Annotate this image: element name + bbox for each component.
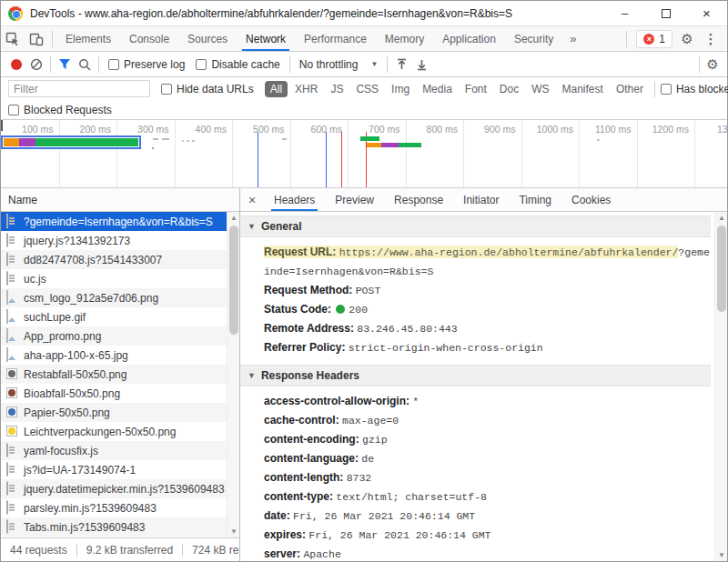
filter-pill-media[interactable]: Media	[417, 81, 458, 97]
detail-tab-response[interactable]: Response	[384, 188, 453, 211]
has-blocked-cookies-checkbox[interactable]	[661, 84, 672, 95]
filter-pill-manifest[interactable]: Manifest	[557, 81, 609, 97]
section-header-general[interactable]: ▼General	[240, 216, 711, 237]
request-row[interactable]: Tabs.min.js?1539609483	[1, 517, 239, 537]
section-header-response-headers[interactable]: ▼Response Headers	[240, 365, 711, 386]
header-value: Apache	[303, 548, 340, 560]
request-row[interactable]: parsley.min.js?1539609483	[1, 498, 239, 517]
filter-funnel-icon[interactable]	[55, 55, 75, 75]
inspect-element-icon[interactable]	[1, 27, 25, 51]
blocked-requests-checkbox[interactable]	[8, 105, 19, 115]
network-overview-timeline[interactable]: 100 ms200 ms300 ms400 ms500 ms600 ms700 …	[1, 120, 727, 188]
request-row[interactable]: js?id=UA-173149074-1	[1, 460, 239, 479]
chevron-down-icon: ▼	[370, 60, 378, 68]
request-list-scrollbar[interactable]: ▲ ▼	[227, 212, 239, 537]
request-row[interactable]: Papier-50x50.png	[1, 403, 239, 422]
scroll-up-arrow[interactable]: ▲	[715, 212, 727, 224]
request-name: Tabs.min.js?1539609483	[24, 521, 145, 534]
search-icon[interactable]	[75, 55, 95, 75]
request-row[interactable]: App_promo.png	[1, 326, 239, 346]
tab-network[interactable]: Network	[237, 26, 295, 51]
disable-cache-checkbox[interactable]	[196, 59, 207, 70]
filter-pill-doc[interactable]: Doc	[494, 81, 524, 97]
image-thumbnail-icon	[6, 426, 17, 437]
filter-pill-js[interactable]: JS	[325, 81, 349, 97]
request-row[interactable]: ?gemeinde=Isernhagen&von=R&bis=S	[1, 212, 239, 231]
tab-console[interactable]: Console	[120, 26, 178, 51]
error-count-badge[interactable]: × 1	[636, 30, 672, 48]
filter-pill-font[interactable]: Font	[460, 81, 492, 97]
image-thumbnail-icon	[6, 406, 17, 417]
request-row[interactable]: dd82474708.js?1541433007	[1, 250, 239, 269]
header-value: gzip	[362, 434, 388, 446]
request-row[interactable]: suchLupe.gif	[1, 307, 239, 326]
tab-elements[interactable]: Elements	[56, 26, 120, 51]
timeline-tick-label: 100 ms	[5, 124, 54, 135]
request-row[interactable]: Restabfall-50x50.png	[1, 365, 239, 384]
device-toolbar-icon[interactable]	[25, 27, 48, 51]
tab-application[interactable]: Application	[433, 26, 505, 51]
filter-pill-xhr[interactable]: XHR	[289, 81, 323, 97]
network-settings-gear-icon[interactable]: ⚙	[703, 56, 722, 73]
minimize-button[interactable]: –	[604, 1, 645, 25]
scroll-up-arrow[interactable]: ▲	[228, 212, 239, 224]
devtools-window: DevTools - www.aha-region.de/abholtermin…	[0, 0, 728, 562]
export-har-icon[interactable]	[411, 55, 431, 75]
settings-gear-icon[interactable]: ⚙	[678, 31, 696, 47]
import-har-icon[interactable]	[391, 55, 411, 75]
detail-tab-preview[interactable]: Preview	[325, 188, 384, 211]
request-name: jquery.js?1341392173	[24, 235, 130, 247]
tab-security[interactable]: Security	[505, 26, 562, 51]
blocked-requests-label: Blocked Requests	[24, 104, 112, 116]
waterfall-segment	[381, 143, 399, 147]
maximize-button[interactable]	[645, 1, 686, 25]
waterfall-mark	[192, 140, 195, 142]
filter-pill-css[interactable]: CSS	[350, 81, 384, 97]
close-button[interactable]: ×	[686, 1, 727, 25]
preserve-log-label: Preserve log	[124, 58, 185, 71]
request-name: uc.js	[24, 273, 46, 286]
filter-pill-ws[interactable]: WS	[526, 81, 554, 97]
throttling-dropdown[interactable]: No throttling ▼	[294, 58, 384, 71]
name-column-header[interactable]: Name	[1, 188, 239, 212]
request-row[interactable]: Formular.min.js?1539609483	[1, 537, 239, 537]
network-toolbar: Preserve log Disable cache No throttling…	[1, 52, 727, 77]
tab-performance[interactable]: Performance	[295, 26, 376, 51]
status-ok-icon	[336, 305, 345, 314]
filter-input[interactable]	[8, 80, 150, 97]
request-row[interactable]: uc.js	[1, 269, 239, 288]
details-scrollbar[interactable]: ▲ ▼	[714, 212, 727, 561]
filter-pill-other[interactable]: Other	[611, 81, 649, 97]
record-button[interactable]	[6, 55, 26, 75]
close-details-icon[interactable]: ×	[240, 193, 264, 207]
header-name: Request Method:	[264, 284, 356, 296]
scrollbar-thumb[interactable]	[717, 226, 726, 312]
scroll-down-arrow[interactable]: ▼	[715, 549, 727, 561]
waterfall-mark	[152, 147, 154, 149]
scroll-down-arrow[interactable]: ▼	[228, 526, 239, 537]
menu-dots-icon[interactable]: ⋮	[702, 31, 720, 47]
preserve-log-checkbox[interactable]	[108, 59, 119, 70]
detail-tab-timing[interactable]: Timing	[509, 188, 561, 211]
request-row[interactable]: Leichtverpackungen-50x50.png	[1, 422, 239, 441]
filter-pill-img[interactable]: Img	[386, 81, 415, 97]
request-row[interactable]: jquery.js?1341392173	[1, 231, 239, 250]
divider	[289, 56, 290, 73]
request-row[interactable]: yaml-focusfix.js	[1, 441, 239, 460]
detail-tab-initiator[interactable]: Initiator	[453, 188, 509, 211]
filter-pill-all[interactable]: All	[265, 81, 288, 97]
detail-tab-cookies[interactable]: Cookies	[561, 188, 621, 211]
more-tabs-button[interactable]: »	[562, 32, 583, 45]
tab-sources[interactable]: Sources	[178, 26, 237, 51]
request-row[interactable]: jquery.datetimepicker.min.js?1539609483	[1, 479, 239, 498]
request-name: Leichtverpackungen-50x50.png	[24, 426, 176, 438]
request-row[interactable]: csm_logo_912a5e7d06.png	[1, 288, 239, 307]
detail-tab-headers[interactable]: Headers	[264, 188, 325, 211]
request-row[interactable]: aha-app-100-x-65.jpg	[1, 346, 239, 365]
tab-memory[interactable]: Memory	[376, 26, 433, 51]
hide-data-urls-checkbox[interactable]	[161, 84, 172, 95]
request-row[interactable]: Bioabfall-50x50.png	[1, 384, 239, 403]
clear-button[interactable]	[26, 55, 46, 75]
detail-tab-bar: × HeadersPreviewResponseInitiatorTimingC…	[240, 188, 727, 212]
scrollbar-thumb[interactable]	[229, 226, 238, 335]
